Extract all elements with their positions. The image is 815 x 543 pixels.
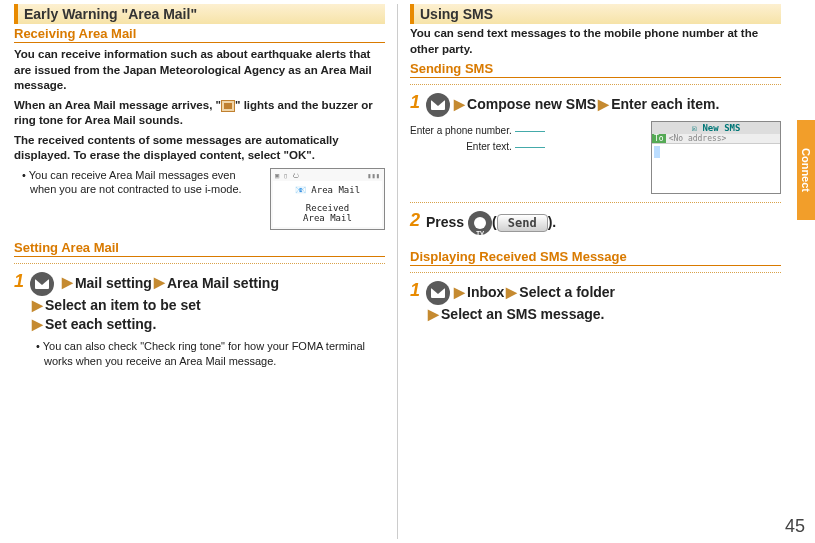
section-using-sms: Using SMS bbox=[410, 4, 781, 24]
setting-step-body: ▶Mail setting▶Area Mail setting ▶Select … bbox=[30, 272, 385, 335]
divider bbox=[410, 84, 781, 85]
arrow-icon: ▶ bbox=[454, 96, 465, 112]
page-number: 45 bbox=[785, 516, 805, 537]
mail-icon[interactable] bbox=[426, 281, 450, 305]
nav-select-folder: Select a folder bbox=[519, 284, 615, 300]
section-early-warning: Early Warning "Area Mail" bbox=[14, 4, 385, 24]
step-number-2-sms: 2 bbox=[410, 211, 420, 229]
arrow-icon: ▶ bbox=[598, 96, 609, 112]
sms-intro-text: You can send text messages to the mobile… bbox=[410, 26, 781, 57]
sms-to-field[interactable]: <No address> bbox=[669, 134, 727, 143]
heading-setting-area-mail: Setting Area Mail bbox=[14, 240, 385, 257]
send-softkey: Send bbox=[497, 214, 548, 233]
camera-tv-button-icon[interactable] bbox=[468, 211, 492, 235]
press-label: Press bbox=[426, 214, 468, 230]
arrow-icon: ▶ bbox=[32, 316, 43, 332]
step2-end: . bbox=[552, 214, 556, 230]
nav-select-item: Select an item to be set bbox=[45, 297, 201, 313]
annotation-phone-number: Enter a phone number. bbox=[410, 125, 512, 136]
setting-note-bullet: You can also check "Check ring tone" for… bbox=[14, 339, 385, 369]
sms-to-label: To bbox=[652, 134, 666, 143]
divider bbox=[410, 272, 781, 273]
nav-select-sms-message: Select an SMS message. bbox=[441, 306, 604, 322]
receiving-text-2: When an Area Mail message arrives, "" li… bbox=[14, 98, 385, 129]
screenshot-title: Area Mail bbox=[311, 185, 360, 195]
new-sms-screenshot: ☒ New SMS To <No address> bbox=[651, 121, 781, 194]
compose-step-body: ▶Compose new SMS▶Enter each item. bbox=[426, 93, 781, 117]
nav-inbox: Inbox bbox=[467, 284, 504, 300]
arrow-icon: ▶ bbox=[454, 284, 465, 300]
display-step-body: ▶Inbox▶Select a folder ▶Select an SMS me… bbox=[426, 281, 781, 325]
mail-icon[interactable] bbox=[426, 93, 450, 117]
step-number-1-sms: 1 bbox=[410, 93, 420, 111]
nav-area-mail-setting: Area Mail setting bbox=[167, 274, 279, 290]
annotation-enter-text: Enter text. bbox=[466, 141, 512, 152]
heading-sending-sms: Sending SMS bbox=[410, 61, 781, 78]
divider bbox=[410, 202, 781, 203]
arrow-icon: ▶ bbox=[32, 297, 43, 313]
heading-displaying-received-sms: Displaying Received SMS Message bbox=[410, 249, 781, 266]
arrow-icon: ▶ bbox=[506, 284, 517, 300]
nav-set-each: Set each setting. bbox=[45, 316, 156, 332]
side-tab-connect: Connect bbox=[797, 120, 815, 220]
nav-compose-sms: Compose new SMS bbox=[467, 96, 596, 112]
arrow-icon: ▶ bbox=[62, 274, 73, 290]
receiving-text-2a: When an Area Mail message arrives, " bbox=[14, 99, 221, 111]
sms-screen-title: New SMS bbox=[702, 123, 740, 133]
area-mail-notification-icon bbox=[221, 100, 235, 112]
nav-enter-each-item: Enter each item. bbox=[611, 96, 719, 112]
arrow-icon: ▶ bbox=[154, 274, 165, 290]
nav-mail-setting: Mail setting bbox=[75, 274, 152, 290]
step-number-1-display: 1 bbox=[410, 281, 420, 299]
receiving-text-1: You can receive information such as abou… bbox=[14, 47, 385, 94]
step-number-1: 1 bbox=[14, 272, 24, 290]
divider bbox=[14, 263, 385, 264]
heading-receiving-area-mail: Receiving Area Mail bbox=[14, 26, 385, 43]
arrow-icon: ▶ bbox=[428, 306, 439, 322]
sms-text-field[interactable] bbox=[652, 143, 780, 193]
receiving-text-3: The received contents of some messages a… bbox=[14, 133, 385, 164]
send-step-body: Press (Send). bbox=[426, 211, 781, 235]
area-mail-screenshot: ▣ ▯ ⭮▮▮▮ 📧 Area Mail Received Area Mail bbox=[270, 168, 385, 230]
screenshot-body: Received Area Mail bbox=[273, 203, 382, 223]
mail-icon[interactable] bbox=[30, 272, 54, 296]
